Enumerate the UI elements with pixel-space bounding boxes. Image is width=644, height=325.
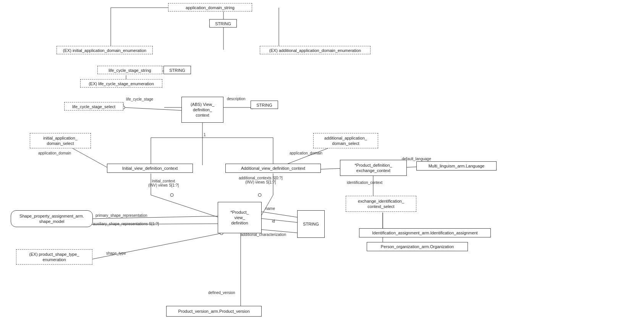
label-name: name (265, 206, 275, 211)
label-defined-version: defined_version (208, 291, 235, 295)
box-app-domain-string: application_domain_string (168, 3, 252, 11)
box-multi-linguism-language: Multi_linguism_arm.Language (416, 161, 497, 171)
box-additional-view-def-context: Additional_view_definition_context (225, 164, 321, 173)
box-initial-view-def-context: Initial_view_definition_context (107, 164, 193, 173)
svg-point-44 (170, 193, 173, 197)
label-app-domain-left: application_domain (38, 151, 71, 155)
svg-line-27 (260, 218, 302, 223)
svg-line-23 (151, 195, 222, 218)
box-life-cycle-stage-select: life_cycle_stage_select (64, 102, 123, 110)
box-description-string: STRING (251, 101, 278, 109)
box-abs-view-def-context: (ABS) View_definition_context (181, 97, 223, 123)
box-additional-app-domain-select: additional_application_domain_select (313, 133, 378, 148)
box-life-cycle-stage-string: life_cycle_stage_string (97, 66, 162, 74)
svg-point-45 (258, 193, 261, 197)
label-identification-context: identification_context (347, 180, 382, 185)
diagram: 1 application_domain_string STRING (EX) … (0, 0, 644, 325)
label-shape-type: shape_type (106, 251, 126, 255)
label-description: description (227, 97, 245, 101)
box-identification-assignment: Identification_assignment_arm.Identifica… (359, 228, 491, 237)
label-life-cycle-stage: life_cycle_stage (126, 97, 153, 101)
label-default-language: default_language (402, 157, 431, 161)
label-initial-context: initial_context (INV) views S[1:?] (148, 179, 179, 187)
box-person-org-arm: Person_organization_arm.Organization (367, 242, 468, 251)
box-life-cycle-stage-enum: (EX) life_cycle_stage_enumeration (80, 79, 162, 88)
svg-line-10 (123, 107, 183, 110)
svg-line-26 (260, 211, 302, 218)
label-id: id (272, 219, 275, 223)
box-additional-app-domain-enum: (EX) additional_application_domain_enume… (260, 46, 371, 54)
label-app-domain-right: application_domain (290, 151, 322, 155)
box-string-lcs: STRING (163, 66, 191, 74)
label-primary-shape: primary_shape_representation (95, 213, 147, 218)
label-additional-contexts: additional_contexts S[0:?] (INV) views S… (239, 176, 283, 184)
box-product-def-exchange-context: *Product_definition_exchange_context (340, 160, 407, 176)
svg-text:1: 1 (204, 133, 206, 137)
label-auxiliary-shape: auxiliary_shape_representations S[1:?] (93, 222, 159, 226)
box-string-pvd: STRING (297, 210, 325, 238)
box-product-version-arm: Product_version_arm.Product_version (166, 306, 262, 317)
box-initial-app-domain-select: initial_application_domain_select (30, 133, 91, 148)
box-initial-app-domain-enum: (EX) initial_application_domain_enumerat… (57, 46, 153, 54)
box-product-view-definition: *Product_view_definition (218, 202, 262, 233)
box-string-top: STRING (209, 19, 237, 28)
box-product-shape-type-enum: (EX) product_shape_type_enumeration (16, 249, 92, 265)
box-exchange-id-context-select: exchange_identification_context_select (346, 196, 416, 212)
box-shape-model: Shape_property_assignment_arm.shape_mode… (11, 210, 93, 227)
label-additional-char: additional_characterization (241, 232, 286, 237)
